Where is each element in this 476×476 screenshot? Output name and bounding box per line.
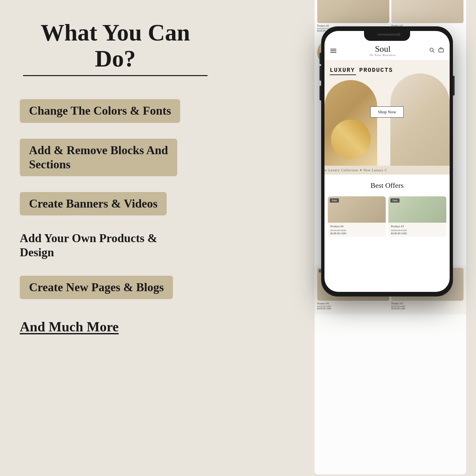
hamburger-menu-icon[interactable]	[330, 49, 336, 53]
screen-ticker: w Luxury Collection ✦ New Luxury C	[324, 166, 450, 175]
header-logo: Soul Of Your Business	[336, 45, 429, 57]
product-img-1: Sale	[328, 196, 386, 223]
phone-frame: Soul Of Your Business	[321, 26, 453, 296]
feature-text-products-line1: Add Your Own Products &	[20, 232, 157, 245]
feature-item-blocks-sections: Add & Remove Blocks And Sections	[20, 139, 211, 176]
logo-main-text: Soul	[336, 45, 429, 53]
screen-hero: LUXURY PRODUCTS Shop Now	[324, 60, 450, 166]
sale-badge-2: Sale	[390, 198, 400, 203]
feature-text-colors-fonts: Change The Colors & Fonts	[29, 104, 171, 117]
product-info-2: Product #3 $149.90 USD $128.99 USD	[388, 223, 446, 237]
feature-brush-banners-videos: Create Banners & Videos	[20, 192, 167, 215]
phone-camera	[397, 33, 400, 36]
page-title: What You Can Do?	[20, 20, 211, 72]
phone-btn-vol-down	[320, 86, 321, 100]
product-info-1: Product #4 $149.90 USD $128.90 USD	[328, 223, 386, 237]
page-wrapper: What You Can Do? Change The Colors & Fon…	[0, 0, 476, 476]
feature-text-pages-blogs: Create New Pages & Blogs	[29, 281, 164, 294]
product-name-1: Product #4	[330, 225, 383, 228]
bg-product-price-new-3: $128.90 USD	[317, 307, 389, 310]
feature-text-blocks-line1: Add & Remove Blocks And	[29, 144, 168, 157]
feature-text-banners-videos: Create Banners & Videos	[29, 197, 157, 210]
feature-brush-pages-blogs: Create New Pages & Blogs	[20, 276, 173, 299]
screen-content: Soul Of Your Business	[324, 31, 450, 292]
product-card-2[interactable]: Sale Product #3 $149.90 USD $128.99 USD	[388, 196, 446, 237]
logo-sub-text: Of Your Business	[336, 53, 429, 57]
hero-img-right	[390, 73, 450, 166]
bg-product-img-2: Sale	[391, 0, 463, 23]
bg-product-price-new-4: $128.99 USD	[391, 307, 463, 310]
hero-text: LUXURY PRODUCTS	[330, 67, 393, 75]
product-price-old-1: $149.90 USD	[330, 229, 383, 232]
screen-header: Soul Of Your Business	[324, 42, 450, 60]
product-name-2: Product #3	[391, 225, 444, 228]
cart-icon[interactable]	[438, 47, 444, 54]
shop-now-button[interactable]: Shop Now	[370, 106, 404, 118]
best-offers-title: Best Offers	[330, 181, 444, 190]
feature-brush-blocks-sections: Add & Remove Blocks And Sections	[20, 139, 177, 176]
feature-item-products-design: Add Your Own Products & Design	[20, 231, 211, 260]
search-icon[interactable]	[429, 47, 434, 54]
bg-product-price-old-4: $149.90 USD	[391, 305, 463, 307]
feature-item-colors-fonts: Change The Colors & Fonts	[20, 99, 211, 123]
and-more-text[interactable]: And Much More	[20, 319, 119, 334]
title-underline	[23, 75, 208, 76]
feature-text-products-line2: Design	[20, 246, 54, 259]
phone-container: Sale Product #4 $149.90 USD $128.90 USD …	[305, 0, 476, 476]
hero-underline	[330, 74, 356, 75]
left-content: What You Can Do? Change The Colors & Fon…	[20, 20, 211, 335]
product-card-1[interactable]: Sale Product #4 $149.90 USD $128.90 USD	[328, 196, 386, 237]
phone-btn-mute	[320, 53, 321, 64]
svg-line-1	[433, 51, 434, 52]
bg-product-name-4: Product #3	[391, 302, 463, 305]
feature-item-pages-blogs: Create New Pages & Blogs	[20, 276, 211, 299]
phone-btn-vol-up	[320, 66, 321, 81]
product-price-new-2: $128.99 USD	[391, 232, 444, 235]
feature-text-blocks-line2: Sections	[29, 158, 70, 171]
phone-btn-power	[453, 76, 455, 96]
products-grid: Sale Product #4 $149.90 USD $128.90 USD …	[324, 193, 450, 240]
phone-notch	[364, 31, 410, 41]
product-img-2: Sale	[388, 196, 446, 223]
phone-speaker	[377, 34, 397, 36]
feature-brush-colors-fonts: Change The Colors & Fonts	[20, 99, 180, 123]
bg-product-price-old-3: $149.90 USD	[317, 305, 389, 307]
product-price-old-2: $149.90 USD	[391, 229, 444, 232]
ticker-text: w Luxury Collection ✦ New Luxury C	[324, 168, 387, 172]
screen-best-offers: Best Offers	[324, 175, 450, 193]
bg-product-name-3: Product #4	[317, 302, 389, 305]
and-more-section: And Much More	[20, 319, 211, 335]
phone-screen: Soul Of Your Business	[324, 31, 450, 292]
bg-product-img-1: Sale	[317, 0, 389, 23]
hero-title: LUXURY PRODUCTS	[330, 67, 393, 73]
header-icons	[429, 47, 444, 54]
sale-badge-1: Sale	[330, 198, 339, 203]
jewelry-img	[331, 120, 371, 159]
svg-point-0	[430, 48, 433, 51]
feature-item-banners-videos: Create Banners & Videos	[20, 192, 211, 215]
product-price-new-1: $128.90 USD	[330, 232, 383, 235]
svg-rect-2	[439, 49, 443, 52]
